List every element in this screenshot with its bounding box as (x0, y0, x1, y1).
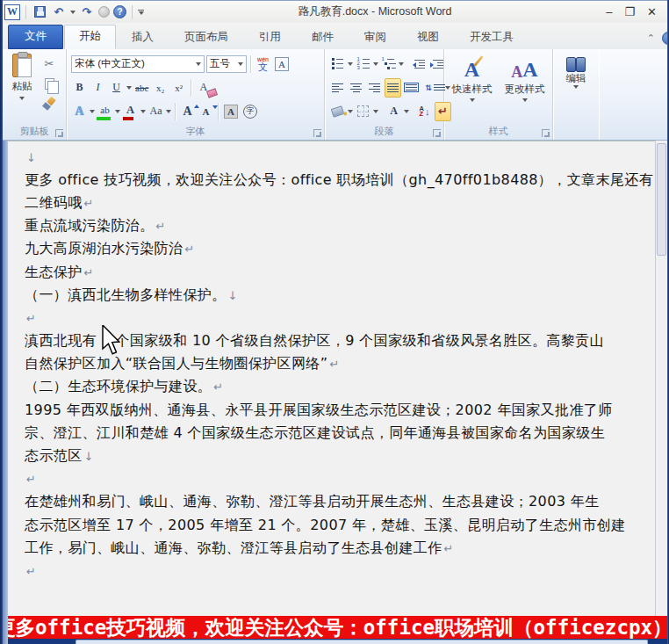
ribbon-tab-引用[interactable]: 引用 (244, 25, 296, 49)
cut-button[interactable]: ✂ (40, 54, 59, 72)
underline-button[interactable]: U (108, 78, 125, 98)
subscript-button[interactable]: x₂ (152, 78, 169, 98)
change-styles-button[interactable]: AA 更改样式 (500, 52, 550, 125)
character-shading-button[interactable]: A (222, 102, 240, 121)
font-color-dropdown-arrow-icon[interactable] (140, 110, 146, 113)
document-line[interactable]: 生态保护↵ (25, 261, 655, 284)
redo-button[interactable]: ↷ (79, 4, 95, 20)
vertical-scrollbar-thumb[interactable] (657, 143, 666, 256)
multilevel-dropdown-arrow-icon[interactable] (399, 62, 404, 66)
ribbon-tab-邮件[interactable]: 邮件 (297, 25, 349, 49)
strikethrough-button[interactable]: abc (133, 78, 150, 98)
document-line[interactable]: 宗、澄江、江川和楚雄 4 个国家级生态示范区建设试点，同年通海县被国家命名为国家… (25, 422, 655, 445)
shrink-font-button[interactable]: A (198, 102, 214, 121)
document-line[interactable]: ↵ (25, 560, 655, 582)
numbering-button[interactable]: 1 2 3 (355, 54, 371, 74)
font-dialog-launcher[interactable] (313, 129, 321, 137)
enclose-characters-button[interactable]: 字 (241, 102, 259, 121)
word-app-icon[interactable]: W (4, 4, 20, 20)
change-case-button[interactable]: Aa (147, 102, 164, 121)
document-line[interactable]: 二维码哦↵ (25, 192, 655, 214)
text-highlight-button[interactable]: ab (97, 102, 113, 121)
document-line[interactable]: （一）滇西北生物多样性保护。↓ (25, 284, 655, 307)
change-styles-dropdown-arrow-icon[interactable] (522, 98, 528, 102)
undo-dropdown-arrow-icon[interactable] (70, 11, 76, 14)
paste-button[interactable]: 粘贴 (4, 52, 40, 125)
numbering-dropdown-arrow-icon[interactable] (373, 62, 378, 66)
separator (132, 5, 133, 19)
align-center-button[interactable] (348, 78, 364, 98)
shading-button[interactable] (329, 102, 346, 121)
ribbon-tab-页面布局[interactable]: 页面布局 (169, 25, 243, 49)
document-line[interactable]: （二）生态环境保护与建设。↵ (25, 376, 655, 399)
minimize-button[interactable]: – (606, 5, 612, 18)
font-name-combobox[interactable]: 宋体 (中文正文) (71, 55, 205, 73)
distributed-button[interactable] (403, 78, 420, 98)
font-size-combobox[interactable]: 五号 (206, 55, 247, 73)
borders-button[interactable] (355, 102, 371, 121)
format-painter-button[interactable] (40, 95, 59, 112)
align-right-button[interactable] (366, 78, 383, 98)
maximize-button[interactable]: ❐ (624, 5, 635, 18)
horizontal-scrollbar[interactable] (76, 640, 648, 644)
editing-button[interactable]: 编辑 (555, 52, 597, 125)
vertical-scrollbar[interactable] (655, 141, 667, 644)
document-line[interactable]: ↓ (25, 146, 655, 169)
borders-dropdown-arrow-icon[interactable] (373, 110, 378, 113)
save-button[interactable] (32, 4, 47, 20)
document-line[interactable]: ↵ (25, 468, 655, 491)
document-line[interactable]: 态示范区增至 17 个，2005 年增至 21 个。2007 年，楚雄、玉溪、昆… (25, 514, 655, 537)
font-color-button[interactable]: A (122, 102, 139, 121)
line-spacing-button[interactable]: ⇅ (427, 78, 443, 98)
highlight-dropdown-arrow-icon[interactable] (115, 110, 120, 113)
superscript-button[interactable]: x² (170, 78, 187, 98)
quick-styles-button[interactable]: A 快速样式 (448, 52, 497, 125)
close-button[interactable]: ✕ (647, 5, 657, 18)
collapse-ribbon-icon[interactable]: ⌃ (647, 33, 655, 44)
bold-button[interactable]: B (71, 78, 88, 98)
document-line[interactable]: 工作，易门、峨山、通海、弥勒、澄江等县启动了生态县创建工作↵ (25, 537, 655, 560)
clear-formatting-button[interactable]: A (195, 78, 212, 98)
help-button[interactable]: ? (113, 5, 126, 18)
align-left-button[interactable] (329, 78, 346, 98)
customize-qat-button[interactable] (138, 10, 144, 15)
ribbon-tab-视图[interactable]: 视图 (402, 25, 454, 49)
document-line[interactable]: 九大高原湖泊水污染防治↵ (25, 238, 655, 261)
grow-font-button[interactable]: A (179, 102, 196, 121)
document-line[interactable]: 1995 年西双版纳州、通海县、永平县开展国家级生态示范区建设；2002 年国家… (25, 399, 655, 422)
decrease-indent-button[interactable] (411, 54, 428, 74)
sort-button[interactable]: AZ ↓ (416, 102, 433, 121)
phonetic-guide-button[interactable]: wén 文 (255, 54, 271, 74)
character-border-button[interactable]: A (273, 54, 291, 74)
bullets-dropdown-arrow-icon[interactable] (348, 62, 353, 66)
clipboard-dialog-launcher[interactable] (55, 129, 63, 137)
document-line[interactable]: 重点流域污染防治。↵ (25, 215, 655, 238)
document-line[interactable]: 在楚雄州和易门、峨山、通海、弥勒、澄江等县启动开展生态州、生态县建设；2003 … (25, 491, 655, 514)
undo-button[interactable]: ↶ (51, 4, 67, 20)
editing-dropdown-arrow-icon[interactable] (573, 85, 579, 89)
ribbon-tab-开始[interactable]: 开始 (64, 25, 116, 49)
document-line[interactable]: 态示范区↓ (25, 445, 655, 467)
copy-button[interactable] (40, 75, 59, 92)
asian-layout-button[interactable]: A (385, 102, 402, 121)
change-case-dropdown-arrow-icon[interactable] (166, 110, 171, 113)
text-effects-dropdown-arrow-icon[interactable] (90, 110, 95, 113)
ribbon-tab-文件[interactable]: 文件 (8, 25, 63, 49)
document-line[interactable]: 更多 office 技巧视频，欢迎关注公众号：office 职场培训（gh_47… (25, 169, 655, 192)
paragraph-dialog-launcher[interactable] (433, 129, 441, 137)
styles-dialog-launcher[interactable] (542, 129, 550, 137)
underline-dropdown-arrow-icon[interactable] (126, 86, 132, 90)
document-page[interactable]: ↓更多 office 技巧视频，欢迎关注公众号：office 职场培训（gh_4… (8, 141, 655, 644)
text-effects-button[interactable]: A (71, 102, 88, 121)
ribbon-tab-插入[interactable]: 插入 (117, 25, 169, 49)
multilevel-list-button[interactable]: 1 (380, 54, 397, 74)
ribbon-tab-开发工具[interactable]: 开发工具 (455, 25, 529, 49)
shading-dropdown-arrow-icon[interactable] (348, 110, 353, 113)
paste-dropdown-arrow-icon[interactable] (19, 97, 25, 100)
quick-styles-dropdown-arrow-icon[interactable] (470, 98, 475, 102)
justify-button[interactable] (385, 78, 401, 98)
bullets-button[interactable] (329, 54, 346, 74)
ribbon-tab-审阅[interactable]: 审阅 (349, 25, 401, 49)
asian-layout-dropdown-arrow-icon[interactable] (404, 110, 409, 113)
italic-button[interactable]: I (90, 78, 106, 98)
